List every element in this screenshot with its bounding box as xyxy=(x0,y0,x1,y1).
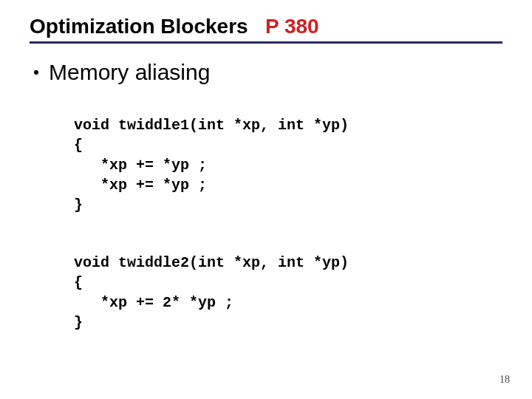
slide: Optimization Blockers P 380 Memory alias… xyxy=(0,0,532,399)
bullet-text: Memory aliasing xyxy=(49,60,210,85)
title-main: Optimization Blockers xyxy=(30,15,248,38)
code-line: *xp += 2* *yp ; xyxy=(74,294,233,311)
bullet-dot-icon xyxy=(34,70,38,75)
code-line: { xyxy=(74,137,83,154)
code-line: } xyxy=(74,314,83,331)
code-line: void twiddle1(int *xp, int *yp) xyxy=(74,117,349,134)
page-number: 18 xyxy=(499,374,510,386)
code-block-2: void twiddle2(int *xp, int *yp) { *xp +=… xyxy=(74,233,502,332)
code-block-1: void twiddle1(int *xp, int *yp) { *xp +=… xyxy=(74,95,502,215)
title-spacer xyxy=(253,15,259,38)
slide-title: Optimization Blockers P 380 xyxy=(30,15,502,38)
bullet-item: Memory aliasing xyxy=(34,60,502,85)
code-line: } xyxy=(74,197,83,214)
code-line: *xp += *yp ; xyxy=(74,177,207,194)
code-line: { xyxy=(74,274,83,291)
title-underline xyxy=(30,41,502,44)
title-page-ref: P 380 xyxy=(265,15,319,38)
code-line: void twiddle2(int *xp, int *yp) xyxy=(74,254,349,271)
code-line: *xp += *yp ; xyxy=(74,157,207,174)
